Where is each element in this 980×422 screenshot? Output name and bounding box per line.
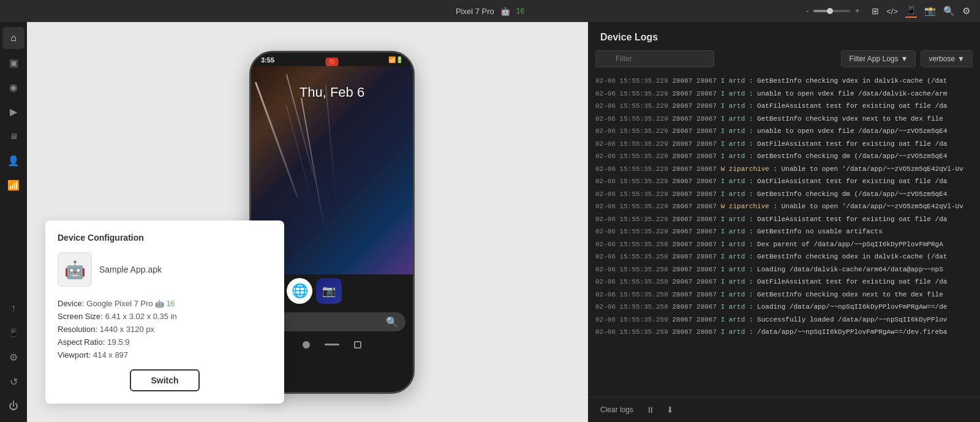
log-entry: 02-06 15:55:35.229 28067 28067 I artd : … [588, 125, 980, 138]
device-value: Google Pixel 7 Pro 🤖 16 [86, 299, 175, 308]
device-config-panel: Device Configuration 🤖 Sample App.apk De… [45, 220, 284, 404]
sidebar-item-video[interactable]: ▶ [2, 100, 24, 122]
sidebar-item-camera[interactable]: ◉ [2, 76, 24, 98]
zoom-minus-btn[interactable]: - [804, 7, 811, 15]
log-entry: 02-06 15:55:35.229 28067 28067 I artd : … [588, 188, 980, 201]
log-entry: 02-06 15:55:35.229 28067 28067 I artd : … [588, 225, 980, 238]
screen-size-value: 6.41 x 3.02 x 0.35 in [105, 312, 177, 321]
aspect-ratio-value: 19.5:9 [107, 337, 129, 347]
sidebar-item-power[interactable]: ⏻ [2, 395, 24, 417]
chrome-icon[interactable]: 🌐 [287, 278, 312, 304]
inspect-icon[interactable]: 🔍 [943, 6, 955, 17]
toolbar-icons: ⊞ </> 📱 📸 🔍 ⚙ [872, 4, 970, 18]
app-icon: 🤖 [58, 252, 92, 287]
sidebar-item-network[interactable]: 📶 [2, 174, 24, 196]
lens-icon: 🔍 [386, 316, 398, 328]
config-app-row: 🤖 Sample App.apk [58, 252, 272, 287]
device-icon[interactable]: 📱 [905, 4, 917, 18]
log-entry: 02-06 15:55:35.229 28067 28067 I artd : … [588, 113, 980, 126]
filter-input-wrapper: 🔍 [595, 50, 836, 67]
api-level-label: 16 [516, 7, 524, 15]
logs-toolbar: 🔍 Filter App Logs ▼ verbose ▼ [588, 50, 980, 75]
toolbar-right: - + ⊞ </> 📱 📸 🔍 ⚙ [804, 4, 970, 18]
sidebar-item-phone[interactable]: 📱 [2, 322, 24, 344]
log-entry: 02-06 15:55:35.229 28067 28067 W ziparch… [588, 200, 980, 213]
zoom-control: - + [804, 7, 862, 15]
code-icon[interactable]: </> [886, 7, 898, 16]
log-entry: 02-06 15:55:35.259 28067 28067 I artd : … [588, 314, 980, 326]
filter-app-logs-label: Filter App Logs [849, 55, 898, 63]
resolution-value: 1440 x 3120 px [100, 325, 154, 334]
zoom-plus-btn[interactable]: + [853, 7, 862, 15]
device-label: Device: [58, 299, 84, 308]
sidebar-item-gear[interactable]: ⚙ [2, 346, 24, 368]
nav-back-btn[interactable] [303, 341, 310, 349]
filter-dropdown-icon: ▼ [901, 55, 908, 63]
top-toolbar: Pixel 7 Pro 🤖 16 - + ⊞ </> 📱 📸 🔍 ⚙ [0, 0, 980, 22]
main-content: ⌂ ▣ ◉ ▶ 🖥 👤 📶 ↑ 📱 ⚙ ↺ ⏻ 3:55 📶🔋 [0, 22, 980, 422]
device-row: Device: Google Pixel 7 Pro 🤖 16 [58, 299, 272, 308]
device-name-label: Pixel 7 Pro [456, 7, 494, 16]
log-entry: 02-06 15:55:35.229 28067 28067 I artd : … [588, 88, 980, 100]
screen-size-label: Screen Size: [58, 312, 103, 321]
logs-header: Device Logs [588, 22, 980, 50]
pause-logs-icon[interactable]: ⏸ [643, 402, 658, 417]
log-entry: 02-06 15:55:35.229 28067 28067 I artd : … [588, 150, 980, 163]
download-logs-icon[interactable]: ⬇ [663, 402, 677, 417]
phone-date: Thu, Feb 6 [251, 85, 413, 100]
verbose-dropdown-icon: ▼ [957, 55, 965, 63]
resolution-row: Resolution: 1440 x 3120 px [58, 325, 272, 334]
toolbar-center: Pixel 7 Pro 🤖 16 [456, 7, 524, 16]
config-details: Device: Google Pixel 7 Pro 🤖 16 Screen S… [58, 299, 272, 360]
log-entry: 02-06 15:55:35.259 28067 28067 I artd : … [588, 326, 980, 339]
logs-content[interactable]: 02-06 15:55:35.229 28067 28067 I artd : … [588, 75, 980, 397]
log-entry: 02-06 15:55:35.258 28067 28067 I artd : … [588, 288, 980, 301]
sidebar-item-home[interactable]: ⌂ [2, 27, 24, 49]
sidebar-item-profile[interactable]: 👤 [2, 149, 24, 171]
camera-app-icon[interactable]: 📷 [316, 278, 342, 304]
phone-status-icons: 📶🔋 [388, 56, 403, 63]
clear-logs-button[interactable]: Clear logs [595, 403, 638, 416]
logs-panel: Device Logs 🔍 Filter App Logs ▼ verbose … [588, 22, 980, 422]
resolution-label: Resolution: [58, 325, 97, 334]
sidebar-item-rotate[interactable]: ↺ [2, 371, 24, 393]
sidebar-item-tv[interactable]: 🖥 [2, 125, 24, 147]
log-entry: 02-06 15:55:35.258 28067 28067 I artd : … [588, 251, 980, 263]
log-entry: 02-06 15:55:35.229 28067 28067 I artd : … [588, 100, 980, 113]
config-title: Device Configuration [58, 233, 272, 243]
viewport-label: Viewport: [58, 350, 91, 360]
android-api-badge: 🤖 16 [155, 300, 175, 308]
phone-time: 3:55 [261, 56, 274, 64]
switch-button[interactable]: Switch [130, 369, 199, 391]
aspect-ratio-label: Aspect Ratio: [58, 337, 105, 347]
sidebar-item-devices[interactable]: ▣ [2, 51, 24, 73]
nav-recents-btn[interactable] [354, 341, 361, 349]
log-entry: 02-06 15:55:35.258 28067 28067 I artd : … [588, 276, 980, 288]
viewport-value: 414 x 897 [93, 350, 128, 360]
screenshot-icon[interactable]: 📸 [924, 6, 936, 17]
settings-icon[interactable]: ⚙ [962, 6, 970, 17]
filter-app-logs-button[interactable]: Filter App Logs ▼ [841, 50, 916, 67]
log-entry: 02-06 15:55:35.229 28067 28067 I artd : … [588, 175, 980, 188]
screen-size-row: Screen Size: 6.41 x 3.02 x 0.35 in [58, 312, 272, 321]
center-area: 3:55 📶🔋 🔴 Thu, Feb 6 [27, 22, 588, 422]
log-entry: 02-06 15:55:35.229 28067 28067 I artd : … [588, 138, 980, 151]
sidebar-item-upload[interactable]: ↑ [2, 297, 24, 319]
logs-footer: Clear logs ⏸ ⬇ [588, 397, 980, 422]
nav-home-btn[interactable] [325, 344, 339, 345]
log-entry: 02-06 15:55:35.229 28067 28067 W ziparch… [588, 163, 980, 176]
verbose-button[interactable]: verbose ▼ [921, 50, 973, 67]
aspect-ratio-row: Aspect Ratio: 19.5:9 [58, 337, 272, 347]
layout-icon[interactable]: ⊞ [872, 6, 879, 16]
sidebar: ⌂ ▣ ◉ ▶ 🖥 👤 📶 ↑ 📱 ⚙ ↺ ⏻ [0, 22, 27, 422]
log-entry: 02-06 15:55:35.258 28067 28067 I artd : … [588, 263, 980, 276]
log-entry: 02-06 15:55:35.229 28067 28067 I artd : … [588, 213, 980, 226]
app-name: Sample App.apk [99, 265, 162, 274]
log-entry: 02-06 15:55:35.258 28067 28067 I artd : … [588, 238, 980, 251]
log-entry: 02-06 15:55:35.229 28067 28067 I artd : … [588, 75, 980, 88]
filter-input[interactable] [595, 50, 714, 67]
log-entry: 02-06 15:55:35.258 28067 28067 I artd : … [588, 301, 980, 314]
viewport-row: Viewport: 414 x 897 [58, 350, 272, 360]
android-dot-icon: 🤖 [500, 7, 510, 16]
battery-red-indicator: 🔴 [326, 58, 339, 66]
